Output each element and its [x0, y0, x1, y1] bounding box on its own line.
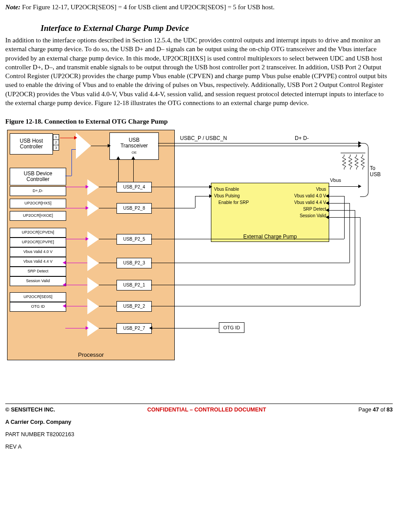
- cp-session: Session Valid: [294, 212, 326, 219]
- wire: [65, 285, 87, 285]
- arrowhead-icon: [326, 215, 329, 219]
- cp-left-labels: Vbus Enable Vbus Pulsing Enable for SRP: [214, 186, 249, 206]
- arrowhead-icon: [63, 283, 66, 287]
- footer-confidential: CONFIDENTIAL – CONTROLLED DOCUMENT: [147, 407, 266, 413]
- usbc-label: USBC_P / USBC_N: [180, 135, 227, 141]
- host-port-stack: 1 2 3: [53, 134, 59, 150]
- cp-enable-srp: Enable for SRP: [214, 199, 249, 206]
- arrowhead-icon: [86, 206, 89, 210]
- reg-cpvpe: UP2OCR[CPVPE]: [10, 238, 66, 247]
- figure-caption: Figure 12-18. Connection to External OTG…: [5, 118, 393, 125]
- dpdm-label: D+ D-: [295, 135, 309, 141]
- wire: [65, 306, 87, 306]
- section-heading: Interface to External Charge Pump Device: [41, 23, 393, 33]
- resistor-icon: [342, 155, 346, 170]
- wire: [151, 208, 195, 208]
- wire: [158, 146, 358, 146]
- mux-icon: [87, 255, 99, 271]
- arrowhead-icon: [131, 156, 135, 159]
- footer-page-total: 83: [387, 407, 393, 413]
- arrowhead-icon: [86, 185, 89, 189]
- wire: [71, 149, 72, 176]
- usb-host-controller: USB Host Controller: [10, 133, 53, 155]
- processor-label: Processor: [8, 351, 174, 358]
- wire: [99, 239, 116, 239]
- footer-rev: REV A: [5, 444, 393, 450]
- cp-vbus-enable: Vbus Enable: [214, 186, 249, 192]
- note-line: Note: For Figure 12-17, UP2OCR[SEOS] = 4…: [5, 4, 393, 11]
- wire: [65, 239, 87, 239]
- mux-icon: [87, 298, 99, 314]
- wire: [151, 187, 211, 187]
- brace-icon: [360, 143, 368, 197]
- wire: [328, 210, 355, 211]
- reg-dpdm: D+,D-: [10, 186, 66, 196]
- wire: [328, 217, 360, 218]
- external-charge-pump: Vbus Enable Vbus Pulsing Enable for SRP …: [211, 183, 329, 242]
- arrowhead-icon: [116, 156, 120, 159]
- cp-vbus-pulsing: Vbus Pulsing: [214, 192, 249, 199]
- port-usb-p2-7: USB_P2_7: [116, 323, 152, 334]
- arrowhead-icon: [108, 144, 111, 147]
- usb-transceiver-oe: OE: [131, 151, 137, 155]
- port-usb-p2-8: USB_P2_8: [116, 203, 152, 214]
- cp-vbus40: Vbus valid 4.0 V: [294, 192, 326, 199]
- footer-page: Page 47 of 83: [358, 407, 393, 413]
- arrowhead-icon: [86, 237, 89, 241]
- arrowhead-icon: [86, 326, 89, 330]
- figure-diagram: Processor USB Host Controller 1 2 3 USB …: [5, 130, 393, 364]
- port-usb-p2-5: USB_P2_5: [116, 234, 152, 245]
- footer-rule: [5, 404, 393, 404]
- body-paragraph: In addition to the interface options des…: [5, 36, 393, 107]
- resistor-icon: [355, 155, 358, 170]
- port-usb-p2-1: USB_P2_1: [116, 280, 152, 291]
- reg-cpven: UP2OCR[CPVEN]: [10, 228, 66, 238]
- vbus-label: Vbus: [330, 177, 341, 183]
- mux-icon: [87, 321, 99, 336]
- wire: [151, 263, 349, 263]
- resistor-icon: [349, 155, 352, 170]
- wire: [355, 210, 355, 285]
- wire: [151, 239, 344, 239]
- wire: [65, 263, 87, 263]
- reg-hxs: UP2OCR[HXS]: [10, 199, 66, 208]
- wire: [65, 176, 71, 176]
- wire: [99, 328, 116, 328]
- wire: [118, 159, 119, 182]
- arrowhead-icon: [209, 194, 212, 198]
- reg-vbus44: Vbus Valid 4.4 V: [10, 257, 66, 267]
- wire: [60, 138, 76, 138]
- wire: [99, 285, 116, 285]
- wire: [65, 187, 87, 187]
- mux-icon: [87, 179, 99, 195]
- port-usb-p2-3: USB_P2_3: [116, 258, 152, 268]
- wire: [328, 196, 344, 196]
- footer-copyright: © SENSITECH INC.: [5, 407, 55, 413]
- wire: [99, 263, 116, 263]
- footer-page-prefix: Page: [358, 407, 373, 413]
- arrowhead-icon: [63, 261, 66, 264]
- cp-vbus: Vbus: [294, 186, 326, 192]
- cp-right-labels: Vbus Vbus valid 4.0 V Vbus valid 4.4 V S…: [294, 186, 326, 219]
- arrowhead-icon: [209, 185, 212, 189]
- cp-vbus44: Vbus valid 4.4 V: [294, 199, 326, 206]
- top-mux-icon: [76, 132, 91, 159]
- wire: [360, 217, 360, 306]
- wire: [328, 186, 359, 187]
- footer-company: A Carrier Corp. Company: [5, 419, 393, 425]
- footer-row: © SENSITECH INC. CONFIDENTIAL – CONTROLL…: [5, 407, 393, 413]
- wire: [99, 306, 116, 306]
- arrowhead-icon: [326, 201, 329, 205]
- mux-icon: [87, 200, 99, 216]
- usb-transceiver-label: USB Transceiver: [120, 137, 148, 148]
- cp-srp: SRP Detect: [294, 206, 326, 212]
- usb-transceiver: USB Transceiver OE: [109, 132, 159, 160]
- wire: [91, 146, 109, 146]
- arrowhead-icon: [74, 136, 77, 140]
- footer-page-current: 47: [373, 407, 379, 413]
- wire: [99, 208, 116, 208]
- note-text: For Figure 12-17, UP2OCR[SEOS] = 4 for U…: [22, 4, 274, 11]
- to-usb-label: To USB: [370, 165, 385, 177]
- wire: [195, 196, 195, 208]
- note-label: Note:: [5, 4, 20, 11]
